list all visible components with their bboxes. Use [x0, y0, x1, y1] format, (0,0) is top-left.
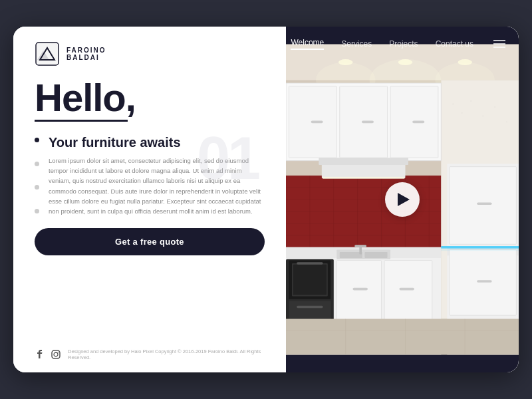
content-row: 01 Your furniture awaits Lorem ipsum dol…	[35, 135, 265, 216]
slide-content: 01 Your furniture awaits Lorem ipsum dol…	[49, 135, 265, 216]
svg-rect-0	[36, 43, 59, 65]
svg-point-29	[452, 104, 454, 105]
slide-number: 01	[197, 128, 258, 188]
svg-rect-74	[286, 319, 519, 354]
logo-text: FAROINO BALDAI	[66, 47, 106, 61]
svg-rect-63	[297, 262, 323, 265]
svg-point-30	[462, 112, 463, 114]
svg-rect-64	[289, 301, 331, 322]
nav-welcome[interactable]: Welcome	[291, 38, 324, 50]
svg-point-5	[54, 352, 58, 356]
facebook-icon[interactable]	[35, 349, 45, 360]
footer-bar: Designed and developed by Halo Pixel Cop…	[35, 348, 265, 360]
hamburger-menu[interactable]	[493, 40, 505, 48]
nav-projects[interactable]: Projects	[389, 39, 418, 49]
svg-rect-45	[323, 177, 404, 179]
nav-bar: Welcome Services Projects Contact us	[286, 27, 519, 61]
svg-point-34	[506, 121, 507, 122]
dot-4[interactable]	[35, 209, 39, 213]
dot-1[interactable]	[35, 138, 39, 142]
svg-rect-65	[297, 306, 323, 309]
nav-contact[interactable]: Contact us	[436, 39, 473, 49]
right-panel: Welcome Services Projects Contact us	[286, 27, 519, 372]
footer-copyright: Designed and developed by Halo Pixel Cop…	[68, 348, 265, 360]
svg-rect-71	[477, 280, 491, 283]
dot-3[interactable]	[35, 185, 39, 190]
svg-rect-56	[364, 252, 387, 258]
play-button[interactable]	[385, 182, 420, 217]
svg-rect-55	[340, 252, 362, 258]
hero-greeting: Hello,	[35, 78, 265, 117]
hello-section: Hello,	[35, 78, 265, 128]
svg-rect-42	[412, 121, 424, 124]
hello-underline	[35, 120, 128, 122]
svg-rect-73	[441, 246, 519, 251]
svg-rect-62	[293, 265, 327, 295]
svg-point-31	[470, 100, 471, 102]
logo-icon	[35, 41, 60, 66]
svg-rect-41	[362, 121, 374, 124]
svg-rect-40	[311, 121, 323, 124]
cta-button[interactable]: Get a free quote	[35, 228, 265, 255]
svg-rect-57	[359, 246, 362, 255]
svg-rect-53	[400, 288, 414, 291]
logo-line2: BALDAI	[66, 54, 106, 61]
social-icons	[35, 349, 61, 360]
logo-area: FAROINO BALDAI	[35, 41, 265, 66]
main-card: FAROINO BALDAI Hello, 01 Your furniture …	[13, 27, 519, 372]
nav-services[interactable]: Services	[341, 39, 372, 49]
svg-rect-4	[52, 350, 60, 358]
svg-rect-58	[354, 245, 366, 247]
dot-2[interactable]	[35, 162, 39, 166]
svg-rect-70	[477, 202, 491, 205]
svg-rect-52	[353, 288, 368, 291]
instagram-icon[interactable]	[51, 349, 61, 360]
svg-point-6	[58, 352, 59, 352]
svg-point-33	[494, 106, 495, 108]
svg-rect-44	[319, 158, 408, 165]
play-icon	[398, 193, 410, 206]
slide-dots	[35, 135, 39, 216]
logo-line1: FAROINO	[66, 47, 106, 54]
svg-point-32	[482, 115, 483, 116]
svg-rect-68	[450, 167, 517, 245]
left-panel: FAROINO BALDAI Hello, 01 Your furniture …	[13, 27, 286, 372]
